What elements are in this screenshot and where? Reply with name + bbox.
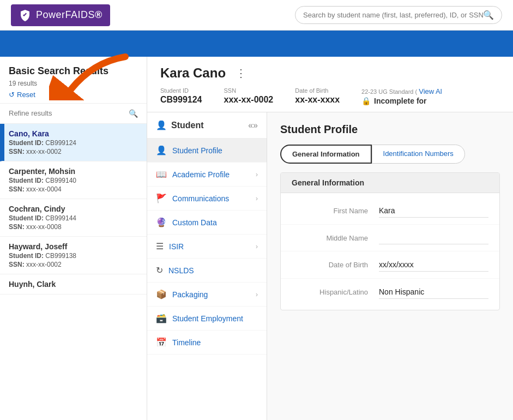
kebab-menu-button[interactable]: ⋮ [232,65,250,81]
student-list: Cano, Kara Student ID: CB999124 SSN: xxx… [0,124,147,420]
search-icon: 🔍 [483,10,494,20]
student-id-detail: Student ID: CB999124 [9,139,138,147]
view-all-link[interactable]: View Al [419,87,442,95]
student-id-detail: Student ID: CB999140 [9,177,138,184]
refresh-icon: ↻ [156,265,163,275]
refine-bar: 🔍 [0,104,147,124]
main-layout: Basic Search Results 19 results ↺ Reset … [0,57,513,420]
first-name-value: Kara [379,204,488,218]
student-name: Carpenter, Mohsin [9,167,138,176]
sidebar-title: Basic Search Results [9,65,138,77]
reset-button[interactable]: ↺ Reset [9,91,138,99]
student-id-meta: Student ID CB999124 [160,87,202,105]
nav-item-timeline[interactable]: 📅 Timeline [147,331,267,355]
form-row-dob: Date of Birth xx/xx/xxxx [281,251,499,279]
chevron-right-icon: › [256,243,258,250]
calendar-icon: 📅 [156,337,167,347]
search-icon: 🔍 [129,109,138,118]
list-item[interactable]: Cochran, Cindy Student ID: CB999144 SSN:… [0,199,147,237]
nav-item-nslds[interactable]: ↻ NSLDS [147,259,267,283]
data-icon: 🔮 [156,217,167,227]
chevron-right-icon: › [256,195,258,202]
profile-tabs: General Information Identification Numbe… [280,145,500,164]
form-rows: First Name Kara Middle Name Date of Birt… [281,193,499,310]
student-ssn-detail: SSN: xxx-xx-0004 [9,185,138,193]
first-name-label: First Name [292,207,379,215]
list-item[interactable]: Carpenter, Mohsin Student ID: CB999140 S… [0,161,147,199]
student-main-name: Kara Cano [160,65,226,81]
status-meta: 22-23 UG Standard ( View Al 🔒 Incomplete… [361,87,442,105]
nav-menu-title: 👤 Student [156,120,204,130]
student-name: Hayward, Joseff [9,242,138,251]
sidebar-header: Basic Search Results 19 results ↺ Reset [0,57,147,104]
student-ssn-detail: SSN: xxx-xx-0002 [9,148,138,155]
nav-menu: 👤 Student «» 👤 Student Profile 📖 Academi… [147,112,267,420]
middle-name-label: Middle Name [292,234,379,242]
nav-menu-header: 👤 Student «» [147,112,267,139]
person-icon: 👤 [156,145,167,155]
content-body: 👤 Student «» 👤 Student Profile 📖 Academi… [147,112,513,420]
student-name: Huynh, Clark [9,280,138,289]
list-item[interactable]: Huynh, Clark [0,274,147,295]
sidebar: Basic Search Results 19 results ↺ Reset … [0,57,147,420]
student-ssn-detail: SSN: xxx-xx-0008 [9,223,138,231]
book-icon: 📖 [156,169,167,179]
ssn-meta: SSN xxx-xx-0002 [224,87,274,105]
nav-item-custom-data[interactable]: 🔮 Custom Data [147,211,267,235]
profile-area: Student Profile General Information Iden… [267,112,513,420]
nav-item-communications[interactable]: 🚩 Communications › [147,187,267,211]
student-id-detail: Student ID: CB999144 [9,214,138,222]
list-icon: ☰ [156,241,164,251]
form-row-hispanic: Hispanic/Latino Non Hispanic [281,279,499,305]
chevron-right-icon: › [256,171,258,178]
list-item[interactable]: Hayward, Joseff Student ID: CB999138 SSN… [0,237,147,274]
nav-item-isir[interactable]: ☰ ISIR › [147,235,267,259]
form-row-first-name: First Name Kara [281,197,499,225]
chevron-right-icon: › [256,291,258,298]
person-icon: 👤 [156,120,167,130]
tab-identification-numbers[interactable]: Identification Numbers [372,145,465,164]
nav-item-academic-profile[interactable]: 📖 Academic Profile › [147,163,267,187]
collapse-nav-button[interactable]: «» [248,121,258,130]
dob-meta: Date of Birth xx-xx-xxxx [295,87,340,105]
blue-banner [0,31,513,57]
form-row-middle-name: Middle Name [281,225,499,251]
hispanic-label: Hispanic/Latino [292,288,379,296]
sidebar-count: 19 results [9,80,138,87]
logo-text: PowerFAIDS® [36,9,102,21]
nav-item-student-profile[interactable]: 👤 Student Profile [147,139,267,163]
search-bar[interactable]: 🔍 [295,6,502,24]
box-icon: 📦 [156,289,167,299]
student-ssn-detail: SSN: xxx-xx-0002 [9,261,138,268]
profile-title: Student Profile [280,123,500,136]
search-input[interactable] [303,11,483,19]
logo[interactable]: PowerFAIDS® [11,4,110,26]
shield-icon [19,9,32,22]
briefcase-icon: 🗃️ [156,313,167,323]
list-item[interactable]: Cano, Kara Student ID: CB999124 SSN: xxx… [0,124,147,161]
student-name: Cochran, Cindy [9,205,138,213]
tab-general-information[interactable]: General Information [280,145,372,164]
nav-item-student-employment[interactable]: 🗃️ Student Employment [147,307,267,331]
reset-icon: ↺ [9,91,15,99]
dob-label: Date of Birth [292,261,379,269]
student-name: Cano, Kara [9,129,138,138]
student-header: Kara Cano ⋮ Student ID CB999124 SSN xxx-… [147,57,513,112]
section-header: General Information [281,173,499,193]
flag-icon: 🚩 [156,193,167,203]
middle-name-value [379,231,488,244]
refine-input[interactable] [9,109,129,117]
general-info-section: General Information First Name Kara Midd… [280,172,500,310]
lock-icon: 🔒 [361,97,371,105]
dob-value: xx/xx/xxxx [379,258,488,272]
hispanic-value: Non Hispanic [379,285,488,299]
student-id-detail: Student ID: CB999138 [9,252,138,260]
app-header: PowerFAIDS® 🔍 [0,0,513,31]
nav-item-packaging[interactable]: 📦 Packaging › [147,283,267,307]
content-area: Kara Cano ⋮ Student ID CB999124 SSN xxx-… [147,57,513,420]
